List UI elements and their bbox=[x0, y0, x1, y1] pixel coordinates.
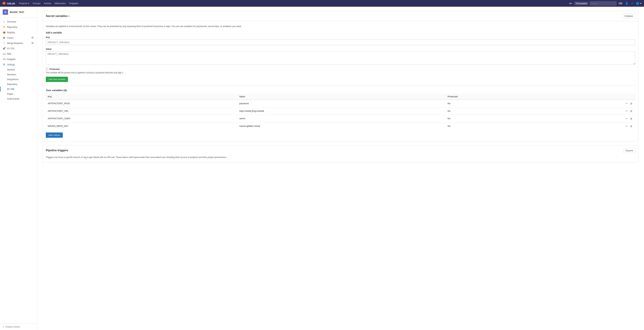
sidebar-subitem-members[interactable]: Members bbox=[0, 72, 37, 77]
table-body: ARTIFACTORY_PASS password No ✏ 🗑 bbox=[46, 100, 635, 130]
issues-icon: ◉ bbox=[3, 36, 5, 39]
add-variable-button[interactable]: Add new variable bbox=[46, 77, 68, 82]
col-key: Key bbox=[46, 94, 237, 100]
info-icon[interactable]: ℹ bbox=[68, 15, 70, 17]
section-description: Variables are applied to environments vi… bbox=[46, 25, 635, 28]
search-input[interactable] bbox=[590, 1, 616, 5]
brand-name: GitLab bbox=[7, 2, 15, 5]
var-protected-1: No bbox=[446, 100, 548, 107]
sidebar-item-settings[interactable]: ⚙ Settings bbox=[0, 62, 37, 67]
edit-icon-4[interactable]: ✏ bbox=[625, 125, 628, 128]
expand-button[interactable]: Expand bbox=[623, 148, 635, 153]
edit-icon-3[interactable]: ✏ bbox=[625, 117, 628, 120]
collapse-icon: « bbox=[3, 326, 4, 328]
hide-values-button[interactable]: Hide Values bbox=[46, 133, 63, 138]
this-project-badge[interactable]: This project bbox=[574, 2, 588, 5]
home-icon: ⌂ bbox=[3, 20, 5, 23]
nav-snippets[interactable]: Snippets bbox=[68, 1, 80, 5]
var-value-4: maven-gitlabci-virtual bbox=[237, 122, 446, 130]
book-icon: 📁 bbox=[3, 26, 5, 28]
value-textarea[interactable] bbox=[46, 51, 635, 65]
sidebar-item-merge-requests[interactable]: ⑂ Merge Requests 0 bbox=[0, 40, 37, 46]
var-key-1: ARTIFACTORY_PASS bbox=[46, 100, 237, 107]
col-protected: Protected bbox=[446, 94, 548, 100]
var-value-3: admin bbox=[237, 115, 446, 122]
delete-icon-3[interactable]: 🗑 bbox=[630, 117, 633, 120]
pipeline-description: Triggers can force a specific branch or … bbox=[42, 156, 638, 162]
add-variable-title: Add a variable bbox=[46, 31, 635, 34]
todo-icon[interactable]: ✓ bbox=[630, 1, 634, 6]
var-actions-2: ✏ 🗑 bbox=[548, 107, 635, 115]
edit-icon-2[interactable]: ✏ bbox=[625, 109, 628, 113]
protected-checkbox-row: Protected bbox=[46, 68, 635, 70]
col-value: Value bbox=[237, 94, 446, 100]
settings-subnav: General Members Integrations Repository … bbox=[0, 67, 37, 101]
sidebar-item-wiki[interactable]: 📖 Wiki bbox=[0, 51, 37, 56]
var-protected-4: No bbox=[446, 122, 548, 130]
pipeline-title: Pipeline triggers bbox=[46, 149, 68, 152]
variables-table: Key Value Protected ARTIFACTORY_PASS pas… bbox=[46, 94, 635, 130]
key-input[interactable] bbox=[46, 39, 635, 45]
sidebar-item-repository[interactable]: 📁 Repository bbox=[0, 24, 37, 30]
nav-links: Projects ▾ Groups Activity Milestones Sn… bbox=[18, 1, 566, 5]
table-row: ARTIFACTORY_PASS password No ✏ 🗑 bbox=[46, 100, 635, 107]
sidebar-subitem-general[interactable]: General bbox=[0, 67, 37, 72]
main-layout: M MAVEN_TEST ⌂ Overview 📁 Repository 📦 R… bbox=[0, 7, 644, 330]
globe-icon[interactable]: 🌐 ▾ bbox=[635, 1, 642, 6]
sidebar-subitem-cicd[interactable]: CI / CD bbox=[0, 87, 37, 91]
protected-info-icon[interactable]: ℹ bbox=[122, 71, 123, 74]
sidebar-footer: « Collapse sidebar bbox=[0, 324, 37, 330]
your-variables-title: Your variables (4) bbox=[46, 89, 635, 92]
merge-badge: 0 bbox=[31, 42, 34, 44]
delete-icon-4[interactable]: 🗑 bbox=[630, 125, 633, 128]
keyboard-shortcut-icon[interactable]: ⌨ bbox=[618, 1, 623, 6]
nav-projects[interactable]: Projects ▾ bbox=[18, 1, 31, 5]
secret-variables-header: Secret variables ℹ Collapse bbox=[42, 11, 638, 21]
sidebar-subitem-repository[interactable]: Repository bbox=[0, 82, 37, 87]
profile-icon[interactable]: 👤 bbox=[624, 1, 629, 6]
var-protected-2: No bbox=[446, 107, 548, 115]
sidebar-item-cicd[interactable]: 🚀 CI / CD bbox=[0, 46, 37, 51]
var-actions-1: ✏ 🗑 bbox=[548, 100, 635, 107]
table-row: ARTIFACTORY_URL https://arielk.jfrog.io/… bbox=[46, 107, 635, 115]
protected-description: This variable will be passed only to pip… bbox=[46, 71, 635, 74]
section-title: Secret variables ℹ bbox=[46, 14, 70, 18]
protected-checkbox[interactable] bbox=[46, 68, 48, 70]
nav-groups[interactable]: Groups bbox=[31, 1, 42, 5]
hide-values-row: Hide Values bbox=[46, 133, 635, 138]
chevron-icon: ▾ bbox=[571, 2, 572, 4]
plus-icon-button[interactable]: ⊕ ▾ bbox=[568, 1, 573, 6]
key-label: Key bbox=[46, 36, 635, 38]
collapse-sidebar-button[interactable]: « Collapse sidebar bbox=[3, 326, 20, 328]
key-form-group: Key bbox=[46, 36, 635, 45]
secret-variables-body: Variables are applied to environments vi… bbox=[42, 21, 638, 141]
main-content: Secret variables ℹ Collapse Variables ar… bbox=[37, 7, 644, 330]
merge-icon: ⑂ bbox=[3, 42, 5, 44]
snippet-icon: </> bbox=[3, 58, 5, 60]
sidebar-subitem-audit[interactable]: Audit Events bbox=[0, 96, 37, 101]
box-icon: 📦 bbox=[3, 31, 5, 34]
gear-icon: ⚙ bbox=[3, 63, 5, 66]
value-label: Value bbox=[46, 48, 635, 50]
sidebar-subitem-integrations[interactable]: Integrations bbox=[0, 77, 37, 82]
edit-icon-1[interactable]: ✏ bbox=[625, 102, 628, 105]
sidebar-item-issues[interactable]: ◉ Issues 0 bbox=[0, 35, 37, 40]
pipeline-section-header: Pipeline triggers Expand bbox=[42, 145, 638, 156]
var-value-1: password bbox=[237, 100, 446, 107]
gitlab-logo[interactable]: GitLab bbox=[2, 1, 15, 5]
sidebar-subitem-pages[interactable]: Pages bbox=[0, 91, 37, 96]
table-row: MAVEN_REPO_KEY maven-gitlabci-virtual No… bbox=[46, 122, 635, 130]
collapse-button[interactable]: Collapse bbox=[622, 13, 635, 18]
delete-icon-1[interactable]: 🗑 bbox=[630, 102, 633, 105]
sidebar-item-overview[interactable]: ⌂ Overview bbox=[0, 19, 37, 24]
sidebar-item-registry[interactable]: 📦 Registry bbox=[0, 30, 37, 35]
delete-icon-2[interactable]: 🗑 bbox=[630, 109, 633, 113]
table-row: ARTIFACTORY_USER admin No ✏ 🗑 bbox=[46, 115, 635, 122]
nav-milestones[interactable]: Milestones bbox=[53, 1, 67, 5]
table-header: Key Value Protected bbox=[46, 94, 635, 100]
secret-variables-section: Secret variables ℹ Collapse Variables ar… bbox=[42, 11, 639, 141]
var-key-3: ARTIFACTORY_USER bbox=[46, 115, 237, 122]
nav-activity[interactable]: Activity bbox=[42, 1, 52, 5]
col-actions bbox=[548, 94, 635, 100]
sidebar-item-snippets[interactable]: </> Snippets bbox=[0, 56, 37, 62]
